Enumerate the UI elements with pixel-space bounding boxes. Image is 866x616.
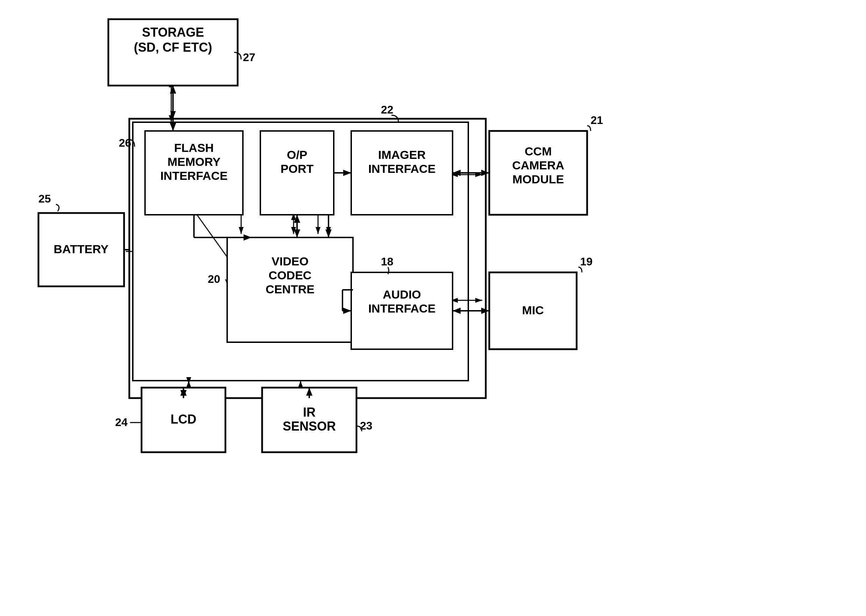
svg-text:BATTERY: BATTERY bbox=[54, 242, 109, 256]
svg-text:25: 25 bbox=[38, 192, 51, 205]
svg-marker-31 bbox=[227, 256, 235, 262]
svg-rect-78 bbox=[262, 388, 356, 452]
svg-rect-43 bbox=[145, 131, 243, 215]
svg-text:18: 18 bbox=[381, 255, 394, 268]
svg-marker-98 bbox=[453, 170, 461, 176]
svg-text:VIDEO: VIDEO bbox=[272, 255, 309, 268]
svg-rect-60 bbox=[351, 272, 453, 349]
svg-marker-10 bbox=[326, 227, 331, 234]
svg-marker-13 bbox=[451, 172, 458, 177]
svg-marker-95 bbox=[343, 170, 351, 176]
svg-marker-7 bbox=[291, 227, 296, 234]
svg-marker-3 bbox=[169, 80, 174, 87]
svg-text:MEMORY: MEMORY bbox=[167, 155, 220, 168]
svg-text:IMAGER: IMAGER bbox=[378, 148, 426, 161]
svg-text:23: 23 bbox=[360, 420, 373, 432]
svg-text:LCD: LCD bbox=[170, 412, 197, 426]
svg-text:AUDIO: AUDIO bbox=[383, 288, 421, 301]
svg-marker-90 bbox=[294, 229, 300, 237]
svg-marker-12 bbox=[475, 172, 482, 177]
svg-marker-8 bbox=[291, 213, 296, 220]
svg-rect-48 bbox=[260, 131, 334, 215]
svg-marker-25 bbox=[186, 377, 191, 384]
svg-text:INTERFACE: INTERFACE bbox=[161, 169, 228, 182]
svg-marker-18 bbox=[353, 280, 360, 285]
svg-text:21: 21 bbox=[590, 114, 603, 126]
svg-marker-105 bbox=[343, 308, 351, 314]
svg-rect-36 bbox=[108, 19, 238, 86]
svg-marker-2 bbox=[169, 115, 174, 122]
svg-marker-88 bbox=[244, 234, 252, 240]
diagram: STORAGE (SD, CF ETC) 27 FLASH MEMORY INT… bbox=[0, 0, 866, 616]
svg-marker-84 bbox=[170, 86, 176, 94]
svg-marker-91 bbox=[294, 215, 300, 223]
svg-rect-75 bbox=[142, 388, 225, 452]
svg-marker-93 bbox=[325, 229, 332, 237]
svg-text:O/P: O/P bbox=[287, 148, 307, 161]
svg-text:STORAGE: STORAGE bbox=[142, 25, 204, 39]
arrows-svg bbox=[0, 0, 866, 616]
svg-marker-100 bbox=[481, 308, 489, 314]
svg-text:CENTRE: CENTRE bbox=[266, 283, 315, 296]
svg-text:27: 27 bbox=[243, 51, 255, 64]
svg-text:22: 22 bbox=[381, 104, 394, 116]
svg-marker-97 bbox=[481, 170, 489, 176]
svg-text:INTERFACE: INTERFACE bbox=[368, 162, 436, 175]
svg-marker-42 bbox=[170, 86, 176, 93]
svg-rect-64 bbox=[489, 131, 587, 215]
svg-text:26: 26 bbox=[119, 137, 131, 149]
svg-text:MIC: MIC bbox=[522, 303, 544, 317]
svg-text:CAMERA: CAMERA bbox=[512, 159, 564, 172]
svg-marker-28 bbox=[298, 380, 303, 388]
svg-marker-107 bbox=[180, 388, 187, 396]
svg-text:INTERFACE: INTERFACE bbox=[368, 302, 436, 315]
svg-marker-26 bbox=[186, 380, 191, 388]
svg-text:CODEC: CODEC bbox=[269, 269, 312, 282]
svg-text:20: 20 bbox=[208, 273, 220, 285]
svg-text:19: 19 bbox=[580, 255, 593, 268]
svg-text:SENSOR: SENSOR bbox=[283, 419, 336, 434]
svg-text:IR: IR bbox=[303, 405, 316, 420]
svg-marker-101 bbox=[453, 308, 461, 314]
svg-rect-35 bbox=[129, 119, 486, 398]
svg-marker-15 bbox=[475, 298, 482, 303]
svg-text:PORT: PORT bbox=[280, 162, 314, 175]
main-diagram-svg: STORAGE (SD, CF ETC) 27 FLASH MEMORY INT… bbox=[0, 0, 866, 616]
svg-rect-55 bbox=[227, 237, 353, 342]
svg-rect-72 bbox=[38, 213, 124, 286]
svg-text:FLASH: FLASH bbox=[174, 141, 214, 154]
svg-text:CCM: CCM bbox=[524, 145, 551, 158]
svg-marker-22 bbox=[346, 298, 353, 303]
svg-marker-108 bbox=[180, 390, 187, 398]
svg-marker-5 bbox=[239, 227, 244, 234]
svg-rect-69 bbox=[489, 272, 576, 349]
svg-marker-16 bbox=[451, 298, 458, 303]
svg-rect-0 bbox=[133, 122, 468, 380]
svg-marker-41 bbox=[170, 111, 176, 119]
svg-text:(SD, CF ETC): (SD, CF ETC) bbox=[134, 40, 212, 55]
svg-marker-83 bbox=[170, 123, 176, 131]
svg-text:24: 24 bbox=[115, 416, 128, 429]
svg-rect-51 bbox=[351, 131, 453, 215]
svg-marker-34 bbox=[316, 227, 320, 234]
svg-text:MODULE: MODULE bbox=[512, 173, 564, 186]
svg-marker-110 bbox=[306, 388, 312, 396]
svg-line-30 bbox=[196, 213, 231, 262]
